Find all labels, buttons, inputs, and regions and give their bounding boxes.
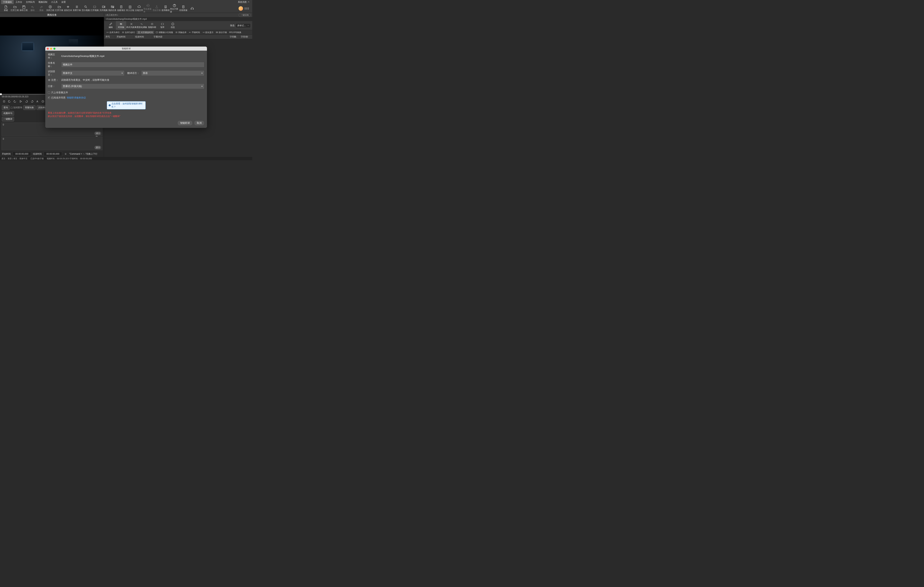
col-end[interactable]: 结束时间 xyxy=(134,35,152,38)
mode-edit[interactable]: 编辑 xyxy=(106,21,116,30)
tb-blank-video[interactable]: 打开视频 xyxy=(90,4,99,13)
tb-undo[interactable]: 撤销 xyxy=(28,4,37,13)
menu-tools[interactable]: 小工具 xyxy=(49,0,59,4)
chip-word-query[interactable]: 划词查询 xyxy=(11,106,22,109)
chip-one-click-translate[interactable]: 一键翻译 xyxy=(2,117,14,121)
scrubber-knob[interactable] xyxy=(0,93,2,95)
tb-close-video[interactable]: 我的任务 xyxy=(108,4,117,13)
original-textbox[interactable]: 0 原 0 xyxy=(2,137,102,150)
opt-extend[interactable]: 延长显示 xyxy=(201,31,214,34)
system-messages[interactable]: 系统消息 xyxy=(236,0,251,4)
new-icon xyxy=(4,5,8,8)
start-transcribe-button[interactable]: 智能听译 xyxy=(177,120,193,125)
tb-export-multi[interactable]: 导出字幕 xyxy=(152,4,161,13)
opt-min-gap[interactable]: 调整最小行间隔 xyxy=(155,31,174,34)
translate-lang-select[interactable]: 英语 xyxy=(141,70,205,76)
opt-shift[interactable]: 平移时间 xyxy=(188,31,201,34)
col-index[interactable]: 序号 xyxy=(104,35,115,38)
close-tab-icon[interactable]: × xyxy=(106,18,107,20)
opt-merge-single[interactable]: 合并为单行 xyxy=(106,31,120,34)
end-time-input[interactable]: 00:00:00,000 xyxy=(44,152,62,156)
chevron-down-icon xyxy=(201,73,203,74)
menu-settings[interactable]: 设置 xyxy=(59,0,68,4)
tb-open-video[interactable]: 关闭视频 xyxy=(99,4,108,13)
opt-fps[interactable]: FPSFPS转换 xyxy=(228,31,242,34)
one-click-compress-button[interactable]: 一键压制 xyxy=(239,13,251,17)
tb-new[interactable]: 新建 xyxy=(2,4,10,13)
chevron-down-icon xyxy=(121,73,123,74)
dialog-titlebar[interactable]: 智能听译 xyxy=(45,46,207,51)
plus-icon xyxy=(66,5,70,8)
tb-my-tasks[interactable]: 创建项目 xyxy=(117,4,125,13)
cloud-up-icon xyxy=(146,4,150,7)
chip-simp-trad[interactable]: 简繁转换 xyxy=(23,106,35,110)
mode-styles[interactable]: 样式与效果 xyxy=(126,21,137,30)
filter-select[interactable]: 多标记... xyxy=(236,23,251,28)
tb-open-subtitle[interactable]: 打开字幕 xyxy=(55,4,64,13)
project-tabs-row: <无工程文件> 一键压制 xyxy=(104,13,252,17)
menu-video-compress[interactable]: 视频压制 xyxy=(36,0,49,4)
menu-workbench[interactable]: 工作台 xyxy=(14,0,24,4)
col-cps[interactable]: 字符/秒 xyxy=(239,35,252,38)
tb-export-subtitle[interactable]: 使用教程 xyxy=(161,4,170,13)
mode-info[interactable]: 信息 xyxy=(168,21,178,30)
svg-point-1 xyxy=(85,6,86,7)
tb-append-text[interactable]: 追加文本 xyxy=(64,4,73,13)
tb-close-project[interactable]: 关闭工程 xyxy=(46,4,55,13)
opt-align-playtime[interactable]: 对齐播放时间 xyxy=(137,31,154,34)
opt-split[interactable]: 拆分字幕 xyxy=(215,31,228,34)
tb-redo[interactable]: 重做 xyxy=(37,4,46,13)
loop-back-button[interactable] xyxy=(8,100,12,103)
accent-select[interactable]: 普通话 (中国大陆) xyxy=(61,84,205,89)
tb-create-project[interactable]: 存入云端 xyxy=(125,4,135,13)
mode-library[interactable]: 智库 xyxy=(157,21,168,30)
tb-support[interactable] xyxy=(188,4,196,13)
status-languages: 原文：英语 | 译文：简体中文 xyxy=(2,157,28,160)
task-name-input[interactable]: 视频文件 xyxy=(61,62,205,68)
step-back-button[interactable] xyxy=(13,100,17,103)
tb-save-cloud[interactable]: 云端文件 xyxy=(135,4,144,13)
col-content[interactable]: 字幕内容 xyxy=(152,35,228,38)
tb-open-project[interactable]: 打开工程 xyxy=(10,4,19,13)
play-button[interactable] xyxy=(19,100,23,103)
fx-icon xyxy=(130,23,133,25)
tb-tutorial[interactable]: 单位计算器 xyxy=(170,4,179,13)
info-icon xyxy=(109,104,111,107)
tb-view-search[interactable]: 空白视频 xyxy=(81,4,90,13)
mode-timeline[interactable]: 时间轴 xyxy=(116,21,126,30)
chip-query[interactable]: 查询 xyxy=(2,106,10,110)
split-icon xyxy=(216,31,218,34)
tb-save-project[interactable]: 保存工程 xyxy=(19,4,28,13)
tb-calculator[interactable]: 在线客服 xyxy=(179,4,188,13)
col-start[interactable]: 开始时间 xyxy=(115,35,134,38)
agree-tos-checkbox[interactable]: 已阅读并同意 智能听译服务协议 xyxy=(48,96,205,99)
recognize-lang-select[interactable]: 简体中文 xyxy=(61,70,125,76)
align-icon xyxy=(138,31,140,34)
mode-graphical[interactable]: 图形化调轴 xyxy=(137,21,147,30)
tos-link[interactable]: 智能听译服务协议 xyxy=(67,96,86,99)
mode-check[interactable]: 智能纠错 xyxy=(147,21,157,30)
opt-merge-multi[interactable]: 合并为多行 xyxy=(121,31,136,34)
step-fwd-button[interactable] xyxy=(25,100,28,103)
tb-view-subtitle[interactable]: 查看字幕 xyxy=(73,4,81,13)
start-time-input[interactable]: 00:00:00,000 xyxy=(13,152,31,156)
tb-cloud-file[interactable]: 导出多版本 xyxy=(144,4,152,13)
svg-point-12 xyxy=(151,23,153,25)
swap-rows-icon[interactable] xyxy=(64,153,67,155)
upload-audio-only-checkbox[interactable]: 只上传音频文件 xyxy=(48,91,205,94)
chip-machine-translate-line[interactable]: 机翻本句 xyxy=(2,111,14,115)
file-tab-path[interactable]: /Users/bobzhang/Desktop/视频文件.mp4 xyxy=(107,18,147,21)
col-chars[interactable]: 字符数 xyxy=(228,35,239,38)
menu-file-queue[interactable]: 文件队列 xyxy=(24,0,36,4)
cancel-button[interactable]: 取消 xyxy=(194,120,205,125)
layout-toggles[interactable] xyxy=(244,7,249,10)
user-avatar[interactable] xyxy=(239,6,243,11)
font-button[interactable] xyxy=(35,100,39,103)
opt-concat[interactable]: 同轴合并 xyxy=(175,31,187,34)
menu-subtitle-edit[interactable]: 字幕编辑 xyxy=(1,0,14,4)
help-callout[interactable]: 点击查看：如何获取智能听译时长？ xyxy=(107,101,146,109)
clock-button[interactable] xyxy=(41,100,45,103)
stop-button[interactable] xyxy=(2,100,6,103)
loop-fwd-button[interactable] xyxy=(30,100,34,103)
file-tab-row: × /Users/bobzhang/Desktop/视频文件.mp4 xyxy=(104,17,252,21)
